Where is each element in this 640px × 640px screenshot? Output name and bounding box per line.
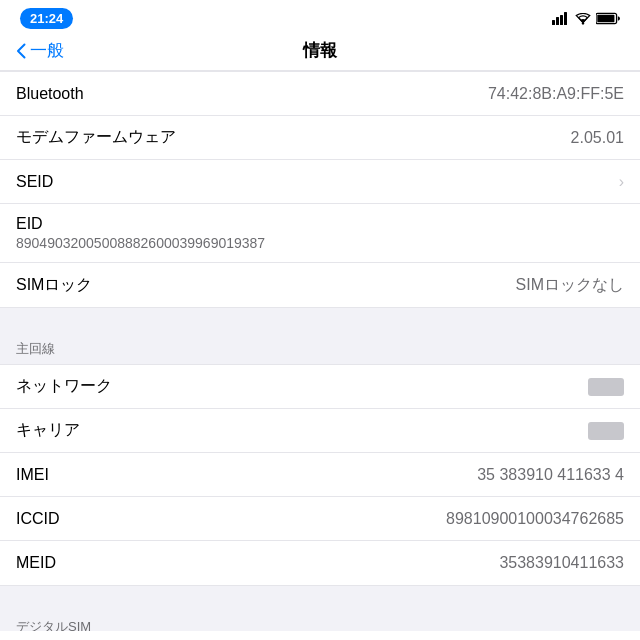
iccid-label: ICCID xyxy=(16,510,60,528)
list-group-primary: ネットワーク キャリア IMEI 35 383910 411633 4 ICCI… xyxy=(0,364,640,586)
svg-rect-1 xyxy=(556,17,559,25)
section-header-primary: 主回線 xyxy=(0,332,640,364)
carrier-value xyxy=(588,422,624,440)
network-label: ネットワーク xyxy=(16,376,112,397)
list-item-network: ネットワーク xyxy=(0,365,640,409)
svg-point-4 xyxy=(582,22,584,24)
list-item-simlock: SIMロック SIMロックなし xyxy=(0,263,640,307)
section-main: Bluetooth 74:42:8B:A9:FF:5E モデムファームウェア 2… xyxy=(0,71,640,308)
imei1-label: IMEI xyxy=(16,466,49,484)
seid-label: SEID xyxy=(16,173,53,191)
nav-bar: 一般 情報 xyxy=(0,33,640,71)
iccid-value: 89810900100034762685 xyxy=(446,510,624,528)
battery-icon xyxy=(596,12,620,25)
network-value xyxy=(588,378,624,396)
simlock-value: SIMロックなし xyxy=(516,275,624,296)
back-chevron-icon xyxy=(16,43,26,59)
svg-rect-0 xyxy=(552,20,555,25)
meid-value: 35383910411633 xyxy=(499,554,624,572)
simlock-label: SIMロック xyxy=(16,275,92,296)
bluetooth-label: Bluetooth xyxy=(16,85,84,103)
list-item-bluetooth: Bluetooth 74:42:8B:A9:FF:5E xyxy=(0,72,640,116)
status-bar: 21:24 xyxy=(0,0,640,33)
list-item-eid: EID 89049032005008882600039969019387 xyxy=(0,204,640,263)
bluetooth-value: 74:42:8B:A9:FF:5E xyxy=(488,85,624,103)
list-item-seid[interactable]: SEID › xyxy=(0,160,640,204)
list-item-iccid: ICCID 89810900100034762685 xyxy=(0,497,640,541)
imei1-value: 35 383910 411633 4 xyxy=(477,466,624,484)
section-digital-sim: デジタルSIM IMEI 35 383910 411378 6 xyxy=(0,610,640,631)
signal-icon xyxy=(552,12,570,25)
list-item-imei1: IMEI 35 383910 411633 4 xyxy=(0,453,640,497)
status-icons xyxy=(552,12,620,25)
back-label: 一般 xyxy=(30,39,64,62)
svg-rect-3 xyxy=(564,12,567,25)
list-item-meid: MEID 35383910411633 xyxy=(0,541,640,585)
modem-value: 2.05.01 xyxy=(571,129,624,147)
svg-rect-6 xyxy=(597,15,614,23)
wifi-icon xyxy=(575,13,591,25)
settings-container: Bluetooth 74:42:8B:A9:FF:5E モデムファームウェア 2… xyxy=(0,71,640,631)
modem-label: モデムファームウェア xyxy=(16,127,176,148)
section-primary-line: 主回線 ネットワーク キャリア IMEI 35 383910 411633 4 … xyxy=(0,332,640,586)
status-time: 21:24 xyxy=(20,8,73,29)
back-button[interactable]: 一般 xyxy=(16,39,64,62)
spacer-1 xyxy=(0,308,640,332)
eid-value: 89049032005008882600039969019387 xyxy=(16,235,265,251)
carrier-label: キャリア xyxy=(16,420,80,441)
list-item-carrier: キャリア xyxy=(0,409,640,453)
nav-title: 情報 xyxy=(303,39,337,62)
section-header-digital: デジタルSIM xyxy=(0,610,640,631)
list-group-main: Bluetooth 74:42:8B:A9:FF:5E モデムファームウェア 2… xyxy=(0,71,640,308)
list-item-modem: モデムファームウェア 2.05.01 xyxy=(0,116,640,160)
eid-label: EID xyxy=(16,215,43,233)
svg-rect-2 xyxy=(560,15,563,25)
spacer-2 xyxy=(0,586,640,610)
seid-chevron-icon: › xyxy=(619,173,624,191)
meid-label: MEID xyxy=(16,554,56,572)
